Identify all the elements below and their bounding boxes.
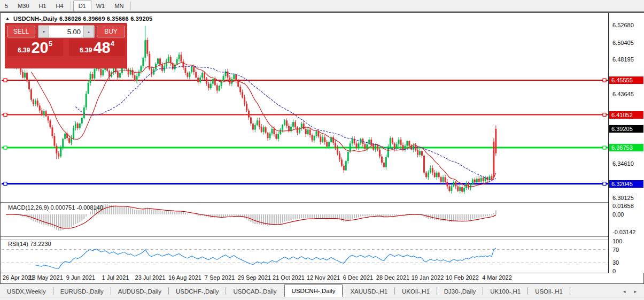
sell-price-pip: 5 bbox=[49, 40, 52, 47]
price-axis-tick: 6.48195 bbox=[612, 56, 634, 63]
level-price-label[interactable]: 6.32045 bbox=[609, 180, 643, 188]
level-price-label[interactable]: 6.41052 bbox=[609, 111, 643, 119]
chart-title-ohlc: USDCNH-,Daily 6.36026 6.39669 6.35666 6.… bbox=[13, 16, 152, 22]
bottom-tab-audusd-daily[interactable]: AUDUSD-,Daily bbox=[111, 286, 168, 297]
level-price-label[interactable]: 6.36753 bbox=[609, 144, 643, 151]
volume-increase-button[interactable]: ▲ bbox=[83, 26, 94, 37]
timeframe-button-W1[interactable]: W1 bbox=[91, 1, 110, 11]
current-price-label: 6.39205 bbox=[609, 125, 643, 133]
bottom-tab-usdchf-daily[interactable]: USDCHF-,Daily bbox=[169, 286, 226, 297]
symbol-tab-bar: USDX,WeeklyEURUSD-,DailyAUDUSD-,DailyUSD… bbox=[0, 284, 644, 297]
bottom-tab-eurusd-daily[interactable]: EURUSD-,Daily bbox=[53, 286, 111, 297]
tab-scroll-arrows: ◂▸ bbox=[623, 289, 644, 297]
date-axis-label: 4 Mar 2022 bbox=[476, 274, 518, 281]
buy-price-button[interactable]: 6.39 48 4 bbox=[69, 39, 125, 56]
price-axis-tick: 6.52680 bbox=[612, 22, 634, 28]
macd-axis-tick: -0.03142 bbox=[612, 229, 635, 235]
buy-button[interactable]: BUY bbox=[97, 26, 125, 37]
tab-separator bbox=[570, 287, 570, 295]
terminal-window: 5M30H1H4D1W1MN ▲ USDCNH-,Daily 6.36026 6… bbox=[0, 0, 644, 300]
rsi-axis-tick: 30 bbox=[612, 259, 619, 266]
buy-price-main: 48 bbox=[93, 40, 110, 56]
price-axis-tick: 6.30125 bbox=[612, 195, 634, 201]
bottom-tab-usdcnh-daily[interactable]: USDCNH-,Daily bbox=[284, 284, 343, 297]
sell-price-prefix: 6.39 bbox=[18, 45, 30, 56]
volume-input[interactable] bbox=[49, 26, 83, 37]
price-axis-tick: 6.34610 bbox=[612, 160, 634, 167]
timeframe-button-5[interactable]: 5 bbox=[0, 1, 13, 11]
timeframe-toolbar: 5M30H1H4D1W1MN bbox=[0, 0, 644, 12]
timeframe-button-MN[interactable]: MN bbox=[110, 1, 128, 11]
chart-window[interactable]: ▲ USDCNH-,Daily 6.36026 6.39669 6.35666 … bbox=[0, 12, 644, 284]
rsi-axis-tick: 70 bbox=[612, 247, 619, 253]
bottom-tab-usdcad-daily[interactable]: USDCAD-,Daily bbox=[226, 286, 283, 297]
timeframe-button-M30[interactable]: M30 bbox=[13, 1, 34, 11]
price-axis-tick: 6.50405 bbox=[612, 40, 634, 46]
macd-axis-tick: 0.01658 bbox=[612, 203, 634, 209]
price-axis-tick: 6.43645 bbox=[612, 91, 634, 97]
bottom-tab-usdx-weekly[interactable]: USDX,Weekly bbox=[0, 286, 53, 297]
timeframe-button-D1[interactable]: D1 bbox=[73, 1, 91, 11]
sell-price-button[interactable]: 6.39 20 5 bbox=[7, 39, 63, 56]
timeframe-button-H1[interactable]: H1 bbox=[34, 1, 51, 11]
rsi-indicator-label: RSI(14) 73.2230 bbox=[8, 241, 51, 247]
one-click-trade-panel: SELL ▼ ▲ BUY 6.39 20 5 6.39 48 4 bbox=[5, 23, 127, 68]
bottom-tab-ukoil-h1[interactable]: UKOil-,H1 bbox=[395, 286, 437, 297]
bottom-tab-dj30-daily[interactable]: DJ30-,Daily bbox=[437, 286, 483, 297]
rsi-axis-tick: 0 bbox=[612, 268, 616, 274]
sell-price-main: 20 bbox=[31, 40, 48, 56]
buy-price-pip: 4 bbox=[111, 40, 114, 47]
chart-marker-icon: ▲ bbox=[5, 16, 10, 21]
volume-stepper: ▼ ▲ bbox=[38, 25, 95, 38]
tab-scroll-left-icon[interactable]: ◂ bbox=[623, 289, 626, 294]
bottom-tab-uk100-h1[interactable]: UK100-,H1 bbox=[483, 286, 527, 297]
timeframe-button-H4[interactable]: H4 bbox=[51, 1, 68, 11]
bottom-tab-xauusd-h1[interactable]: XAUUSD-,H1 bbox=[343, 286, 394, 297]
sell-button[interactable]: SELL bbox=[7, 26, 35, 37]
bottom-strip bbox=[0, 297, 644, 300]
buy-price-prefix: 6.39 bbox=[80, 45, 92, 56]
toolbar-separator bbox=[130, 2, 131, 10]
level-price-label[interactable]: 6.45555 bbox=[609, 76, 643, 84]
macd-indicator-label: MACD(12,26,9) 0.000751 -0.008140 bbox=[8, 204, 103, 211]
bottom-tab-usoil-h1[interactable]: USOil-,H1 bbox=[528, 286, 570, 297]
tab-scroll-right-icon[interactable]: ▸ bbox=[634, 289, 637, 294]
trade-panel-row: SELL ▼ ▲ BUY bbox=[5, 25, 127, 37]
volume-decrease-button[interactable]: ▼ bbox=[38, 26, 49, 37]
toolbar-separator bbox=[71, 2, 71, 10]
rsi-axis-tick: 100 bbox=[612, 238, 622, 244]
macd-axis-tick: 0.00 bbox=[612, 211, 624, 218]
